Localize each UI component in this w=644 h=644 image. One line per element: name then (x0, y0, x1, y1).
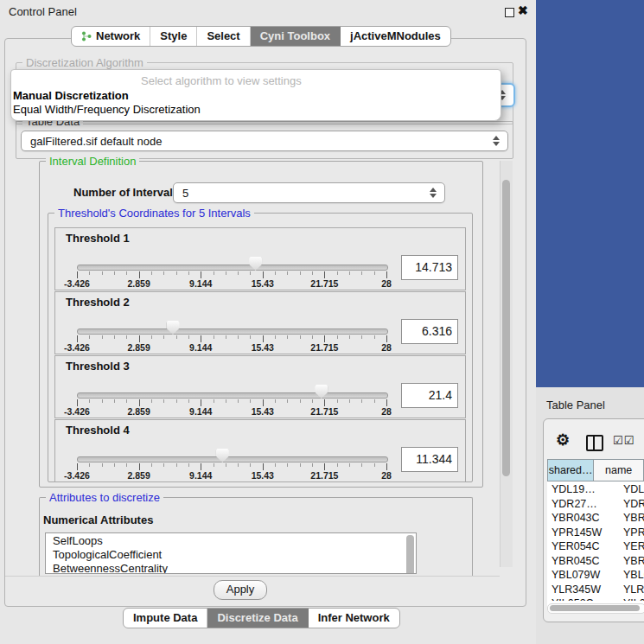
slider-major-ticks (77, 463, 388, 470)
tick-label: 21.715 (310, 278, 338, 289)
tick-label: -3.426 (64, 470, 90, 481)
tick-label: 21.715 (310, 342, 338, 353)
number-of-intervals-label: Number of Intervals (73, 186, 179, 199)
list-item[interactable]: BetweennessCentrality (46, 562, 416, 574)
table-row[interactable]: YBR043CYBR0 (547, 511, 644, 526)
algorithm-dropdown-popup: Select algorithm to view settings Manual… (10, 69, 501, 121)
tab-discretize-data[interactable]: Discretize Data (207, 609, 308, 628)
cyni-bottom-tabs: Impute Data Discretize Data Infer Networ… (123, 608, 400, 628)
tick-label: 2.859 (127, 278, 150, 289)
numerical-attributes-list[interactable]: SelfLoops TopologicalCoefficient Between… (45, 532, 417, 574)
table-data-combobox[interactable]: galFiltered.sif default node (21, 131, 508, 151)
tick-label: 21.715 (310, 470, 338, 481)
tick-label: -3.426 (64, 406, 90, 417)
list-scrollbar-thumb[interactable] (406, 535, 414, 574)
column-header-shared-name[interactable]: shared… (547, 459, 594, 481)
tab-jactivemnodules[interactable]: jActiveMNodules (341, 27, 450, 46)
interval-definition-group-label: Interval Definition (46, 155, 139, 168)
threshold-4-slider-track[interactable] (77, 456, 388, 462)
slider-major-ticks (77, 335, 388, 342)
tick-label: 2.859 (127, 406, 150, 417)
threshold-3-label: Threshold 3 (66, 360, 130, 373)
apply-button[interactable]: Apply (214, 580, 267, 600)
table-data-selected: galFiltered.sif default node (30, 135, 162, 148)
column-header-name[interactable]: name (594, 459, 644, 481)
thresholds-group-label: Threshold's Coordinates for 5 Intervals (54, 207, 254, 220)
tab-impute-data[interactable]: Impute Data (124, 609, 207, 628)
table-row[interactable]: YIL052CYIL0 (547, 596, 644, 601)
threshold-3-row: Threshold 3 -3.426 2.859 9.144 15.43 21.… (54, 355, 466, 418)
control-panel: Control Panel ✖ Network Style Select Cyn… (0, 0, 536, 644)
dropdown-hint: Select algorithm to view settings (141, 74, 302, 87)
tick-label: 15.43 (252, 406, 274, 417)
table-row[interactable]: YDL19…YDL1 (547, 482, 644, 497)
threshold-1-value-field[interactable]: 14.713 (401, 255, 458, 280)
tick-label: 9.144 (189, 278, 212, 289)
tick-label: 15.43 (252, 342, 274, 353)
slider-major-ticks (77, 271, 388, 278)
gear-icon[interactable]: ⚙ (556, 430, 570, 450)
tick-label: 28 (381, 278, 392, 289)
dropdown-option-equal-width-frequency[interactable]: Equal Width/Frequency Discretization (13, 103, 201, 116)
table-row[interactable]: YBL079WYBL0 (547, 568, 644, 583)
application-window: Control Panel ✖ Network Style Select Cyn… (0, 0, 644, 644)
list-item[interactable]: SelfLoops (46, 533, 416, 548)
close-icon[interactable]: ✖ (518, 3, 528, 17)
table-row[interactable]: YDR27…YDR2 (547, 497, 644, 512)
tab-label: Network (96, 29, 140, 42)
tick-label: -3.426 (64, 342, 90, 353)
tick-label: 28 (381, 342, 392, 353)
table-row[interactable]: YPR145WYPR1 (547, 526, 644, 540)
threshold-1-label: Threshold 1 (66, 232, 130, 245)
threshold-2-slider-track[interactable] (77, 328, 388, 335)
float-window-icon[interactable] (505, 8, 514, 17)
threshold-2-value-field[interactable]: 6.316 (401, 319, 458, 344)
dropdown-option-manual-discretization[interactable]: Manual Discretization (13, 89, 129, 102)
numerical-attributes-label: Numerical Attributes (43, 513, 153, 526)
threshold-4-value-field[interactable]: 11.344 (401, 447, 458, 472)
attributes-group-label: Attributes to discretize (46, 491, 163, 504)
tick-label: 9.144 (189, 470, 212, 481)
network-tree-icon (81, 31, 92, 41)
table-hscrollbar-thumb[interactable] (550, 605, 640, 611)
columns-icon[interactable] (586, 435, 603, 451)
number-of-intervals-combobox[interactable]: 5 (173, 182, 445, 203)
combo-stepper-icon[interactable] (493, 136, 501, 146)
threshold-1-row: Threshold 1 -3.426 2.859 9.144 15.43 21.… (54, 227, 466, 290)
list-item[interactable]: TopologicalCoefficient (46, 548, 416, 562)
slider-major-ticks (77, 399, 388, 406)
tab-select[interactable]: Select (197, 27, 250, 46)
checkbox-columns-icon[interactable]: ☑☑ (613, 434, 634, 447)
combo-stepper-icon[interactable] (430, 188, 437, 198)
panel-title: Control Panel (9, 5, 77, 18)
tab-style[interactable]: Style (150, 27, 197, 46)
tab-network[interactable]: Network (72, 27, 150, 46)
table-row[interactable]: YER054CYER0 (547, 539, 644, 554)
tab-cyni-toolbox[interactable]: Cyni Toolbox (251, 27, 341, 46)
tick-label: -3.426 (64, 278, 90, 289)
tick-label: 15.43 (252, 278, 274, 289)
threshold-4-label: Threshold 4 (66, 424, 130, 437)
node-table: shared… name YDL19…YDL1 YDR27…YDR2 YBR04… (547, 459, 644, 611)
tick-label: 2.859 (127, 470, 150, 481)
tab-infer-network[interactable]: Infer Network (309, 609, 399, 628)
table-row[interactable]: YBR045CYBR0 (547, 554, 644, 569)
control-panel-titlebar: Control Panel ✖ (0, 0, 536, 24)
discretization-algorithm-group-label: Discretization Algorithm (22, 56, 147, 69)
viewport-divider (5, 576, 500, 577)
threshold-3-slider-track[interactable] (77, 392, 388, 399)
tick-label: 9.144 (189, 342, 212, 353)
threshold-4-row: Threshold 4 -3.426 2.859 9.144 15.43 21.… (54, 419, 466, 482)
control-panel-tabs: Network Style Select Cyni Toolbox jActiv… (71, 26, 451, 47)
tick-label: 21.715 (310, 406, 338, 417)
threshold-2-label: Threshold 2 (66, 296, 130, 309)
network-view-frame: GAL80 GA C GAL11 GAL4 GCY1 H HAP2 (536, 0, 644, 387)
tick-label: 28 (381, 470, 392, 481)
tick-label: 28 (381, 406, 392, 417)
threshold-3-value-field[interactable]: 21.4 (401, 383, 458, 408)
threshold-1-slider-track[interactable] (77, 265, 388, 271)
table-row[interactable]: YLR345WYLR3 (547, 583, 644, 597)
tick-label: 15.43 (252, 470, 274, 481)
table-panel-title: Table Panel (546, 399, 605, 411)
vertical-scrollbar-thumb[interactable] (502, 180, 510, 476)
